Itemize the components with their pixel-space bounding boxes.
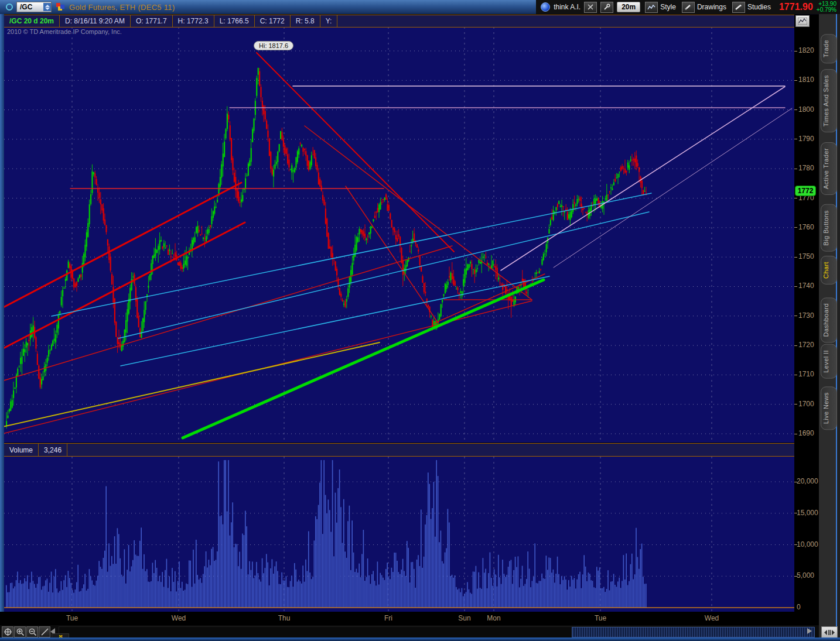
line-tool-icon — [41, 628, 49, 636]
style-button[interactable]: Style — [644, 2, 677, 13]
zoom-in-icon — [16, 628, 24, 636]
date-label: Sun — [458, 614, 470, 622]
titlebar-right-toolbar: think A.I. 20m Style — [536, 0, 840, 14]
trendline[interactable] — [183, 280, 544, 438]
ohlc-infobar: /GC 20 d 20mD: 8/16/11 9:20 AMO: 1771.7H… — [4, 15, 794, 28]
price-tick-label: 1730 — [798, 311, 814, 320]
trendline[interactable] — [435, 274, 545, 323]
price-tick-label: 1800 — [798, 105, 814, 114]
trendline[interactable] — [4, 342, 380, 427]
ohlc-cell: Y: — [320, 15, 338, 27]
symbol-interval-cell: /GC 20 d 20m — [4, 15, 60, 27]
price-tick-label: 1790 — [798, 135, 814, 143]
crosshair-tool-button[interactable] — [2, 626, 13, 637]
pencil-icon — [682, 2, 695, 13]
date-label: Wed — [705, 614, 719, 622]
wrench-button[interactable] — [600, 2, 613, 13]
trendline[interactable] — [554, 108, 792, 268]
window-frame-left — [0, 0, 4, 641]
price-tick — [794, 139, 797, 139]
horizontal-resize-icon — [824, 629, 835, 636]
price-tick-label: 1820 — [798, 46, 814, 54]
instrument-title: Gold Futures, ETH (DEC5 11) — [69, 3, 175, 12]
timeframe-button[interactable]: 20m — [617, 2, 640, 12]
sidebar-tab-trade[interactable]: Trade — [821, 34, 837, 63]
date-label: Mon — [487, 614, 500, 622]
volume-bars — [6, 460, 647, 608]
crosshair-icon — [4, 628, 12, 636]
trendline[interactable] — [52, 193, 651, 316]
drawings-button[interactable]: Drawings — [681, 2, 728, 13]
mini-chart-icon — [798, 18, 807, 25]
horizontal-resize-button[interactable] — [821, 626, 838, 639]
scrollbar-thumb[interactable] — [572, 627, 815, 637]
last-price-badge: 1772 — [795, 186, 816, 196]
last-price: 1771.90 — [779, 2, 813, 12]
volume-tick-label: 10,000 — [797, 540, 818, 549]
style-label: Style — [660, 3, 676, 11]
change-percent: +0.79% — [817, 7, 836, 13]
trendline[interactable] — [305, 126, 532, 300]
volume-plot[interactable] — [4, 457, 794, 612]
drawings-label: Drawings — [697, 3, 726, 11]
sidebar-tab-big-buttons[interactable]: Big Buttons — [821, 204, 837, 252]
symbol-value[interactable]: /GC — [17, 3, 43, 11]
trendline[interactable] — [501, 87, 785, 270]
wrench-icon — [603, 4, 610, 11]
sidebar-tab-live-news[interactable]: Live News — [821, 386, 837, 430]
date-label: Fri — [384, 614, 392, 622]
price-tick — [794, 80, 797, 81]
bottom-toolbar: » — [0, 625, 819, 638]
thinkorswim-window: /GC Gold Futures, ETH (DEC5 11) think A.… — [0, 0, 840, 641]
tools-button[interactable] — [584, 2, 597, 13]
price-tick — [794, 257, 797, 258]
price-tick-label: 1760 — [798, 223, 814, 231]
studies-label: Studies — [747, 3, 771, 11]
zoom-out-button[interactable] — [26, 626, 38, 637]
date-label: Tue — [595, 614, 606, 622]
price-tick — [794, 227, 797, 228]
ohlc-cell: H: 1772.3 — [173, 15, 214, 27]
volume-tick-label: 5,000 — [797, 571, 814, 580]
price-tick — [794, 404, 797, 405]
volume-tick-label: 20,000 — [797, 477, 818, 485]
price-tick — [794, 375, 797, 375]
volume-value: 3,246 — [39, 444, 67, 456]
ohlc-cell: L: 1766.5 — [214, 15, 255, 27]
think-ai-globe-icon — [541, 2, 550, 12]
date-axis: TueWedThuFriSunMonTueWed — [0, 612, 819, 625]
symbol-input[interactable]: /GC — [16, 2, 52, 12]
sidebar-tab-level-ii[interactable]: Level II — [821, 344, 837, 379]
high-annotation: Hi: 1817.6 — [254, 41, 293, 50]
line-tool-button[interactable] — [39, 626, 50, 637]
price-plot[interactable] — [4, 27, 794, 443]
color-group-icon[interactable] — [56, 3, 64, 11]
scroll-right-icon[interactable] — [807, 628, 812, 634]
mini-chart-button[interactable] — [795, 15, 810, 27]
studies-button[interactable]: Studies — [731, 2, 772, 13]
price-tick — [794, 316, 797, 316]
price-tick-label: 1710 — [798, 370, 814, 378]
sidebar-tab-times-and-sales[interactable]: Times And Sales — [821, 69, 837, 132]
price-tick-label: 1780 — [798, 164, 814, 172]
price-tick-label: 1720 — [798, 341, 814, 349]
sidebar-edge — [837, 14, 840, 641]
think-ai-label[interactable]: think A.I. — [554, 3, 581, 11]
zoom-in-button[interactable] — [14, 626, 26, 637]
price-tick — [794, 434, 797, 434]
sidebar-tab-chart[interactable]: Chart — [821, 256, 837, 284]
sidebar-tab-active-trader[interactable]: Active Trader — [821, 142, 837, 195]
price-tick — [794, 109, 797, 110]
window-frame-bottom — [0, 637, 840, 641]
sidebar-tab-dashboard[interactable]: Dashboard — [821, 297, 837, 342]
price-tick — [794, 51, 797, 52]
trendline[interactable] — [4, 183, 241, 309]
ohlc-cell: D: 8/16/11 9:20 AM — [60, 15, 131, 27]
price-tick — [794, 286, 797, 287]
link-indicator-icon — [6, 4, 13, 11]
date-label: Tue — [66, 614, 78, 622]
time-scrollbar[interactable] — [59, 626, 814, 638]
volume-header: Volume 3,246 — [4, 443, 794, 457]
ohlc-cell: O: 1771.7 — [131, 15, 173, 27]
symbol-spinner[interactable] — [43, 3, 51, 11]
